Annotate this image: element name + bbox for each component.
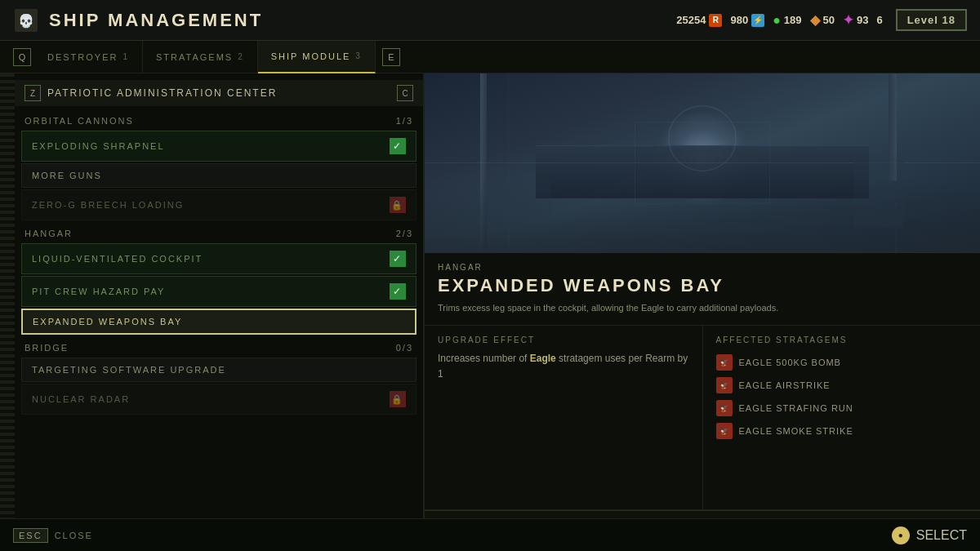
nav-key-e[interactable]: E [382,48,400,66]
upgrade-label: PIT CREW HAZARD PAY [32,287,165,296]
header: 💀 SHIP MANAGEMENT 25254 R 980 ⚡ ● 189 ◆ … [0,0,980,41]
resources: 25254 R 980 ⚡ ● 189 ◆ 50 ✦ 93 6 [676,12,882,28]
tab-destroyer[interactable]: DESTROYER 1 [34,41,143,73]
detail-area: HANGAR EXPANDED WEAPONS BAY Trims excess… [425,253,980,326]
effect-highlight: Eagle [530,353,556,364]
tab-ship-module-label: SHIP MODULE [271,51,351,61]
main-content: Z PATRIOTIC ADMINISTRATION CENTER C ORBI… [0,73,980,551]
bottom-bar: ESC CLOSE ● SELECT [0,518,980,551]
affected-label: AFFECTED STRATAGEMS [716,335,968,344]
orange-value: 50 [823,14,835,26]
left-inner: Z PATRIOTIC ADMINISTRATION CENTER C ORBI… [15,73,423,423]
select-label: SELECT [916,528,967,543]
detail-category: HANGAR [438,263,967,272]
resource-bar: 25254 R 980 ⚡ ● 189 ◆ 50 ✦ 93 6 Le [676,9,967,31]
upgrade-more-guns[interactable]: MORE GUNS [21,163,416,188]
medals-resource: 980 ⚡ [730,14,764,27]
svg-rect-7 [483,179,550,228]
medals-value: 980 [730,14,748,26]
detail-description: Trims excess leg space in the cockpit, a… [438,301,967,315]
stratagem-item: 🦅 EAGLE AIRSTRIKE [716,374,968,397]
category-bridge-label: BRIDGE [24,343,69,353]
section-key-z[interactable]: Z [24,85,41,101]
stratagem-item: 🦅 EAGLE SMOKE STRIKE [716,420,968,442]
stratagem-icon: 🦅 [716,354,733,371]
category-hangar-label: HANGAR [24,229,73,238]
lock-icon: 🔒 [390,391,406,407]
section-header: Z PATRIOTIC ADMINISTRATION CENTER C [15,80,423,106]
stratagem-label: EAGLE SMOKE STRIKE [739,426,853,436]
preview-image [425,73,980,253]
stratagem-item: 🦅 EAGLE 500KG BOMB [716,351,968,374]
upgrade-pit-crew[interactable]: PIT CREW HAZARD PAY ✓ [21,276,416,307]
stratagem-icon: 🦅 [716,377,733,393]
green-sample: ● 189 [773,13,801,28]
pink-sample: ✦ 93 [843,12,868,28]
stratagem-icon: 🦅 [716,423,733,439]
check-icon: ✓ [390,283,406,300]
upgrade-expanded-weapons-bay[interactable]: EXPANDED WEAPONS BAY [21,309,416,335]
close-key[interactable]: ESC [13,528,48,543]
category-orbital-label: ORBITAL CANNONS [24,116,134,126]
detail-title: EXPANDED WEAPONS BAY [438,275,967,296]
stratagem-icon: 🦅 [716,400,733,416]
upgrade-label: LIQUID-VENTILATED COCKPIT [32,254,203,264]
upgrade-liquid-cockpit[interactable]: LIQUID-VENTILATED COCKPIT ✓ [21,243,416,274]
upgrade-label: TARGETING SOFTWARE UPGRADE [32,365,226,375]
upgrade-label: NUCLEAR RADAR [32,394,130,404]
upgrade-section: UPGRADE EFFECT Increases number of Eagle… [425,326,980,511]
unknown-resource: 6 [876,14,882,26]
skull-icon: 💀 [13,7,39,33]
category-orbital: ORBITAL CANNONS 1/3 [15,109,423,129]
effect-text-pre: Increases number of [438,353,530,364]
stratagem-label: EAGLE STRAFING RUN [739,403,853,413]
nav-tabs: Q DESTROYER 1 STRATAGEMS 2 SHIP MODULE 3… [0,41,980,73]
tab-destroyer-label: DESTROYER [47,52,118,62]
orange-icon: ◆ [810,12,820,28]
upgrade-label: EXPLODING SHRAPNEL [32,141,165,151]
green-icon: ● [773,13,781,28]
lock-icon: 🔒 [390,197,406,213]
upgrade-effect-text: Increases number of Eagle stratagem uses… [438,351,689,382]
upgrade-exploding-shrapnel[interactable]: EXPLODING SHRAPNEL ✓ [21,131,416,162]
close-label: CLOSE [55,531,93,540]
category-hangar: HANGAR 2/3 [15,222,423,242]
svg-text:💀: 💀 [18,13,34,29]
req-points: 25254 R [676,14,722,27]
upgrade-targeting-software[interactable]: TARGETING SOFTWARE UPGRADE [21,358,416,382]
section-key-c[interactable]: C [397,85,413,101]
stratagem-item: 🦅 EAGLE STRAFING RUN [716,397,968,420]
category-orbital-count: 1/3 [396,116,413,126]
select-action: ● SELECT [892,527,967,544]
tab-destroyer-num: 1 [122,52,129,61]
close-action: ESC CLOSE [13,528,93,543]
upgrade-label: ZERO-G BREECH LOADING [32,200,184,210]
upgrade-nuclear-radar[interactable]: NUCLEAR RADAR 🔒 [21,384,416,415]
tab-stratagems-label: STRATAGEMS [156,52,233,62]
tab-ship-module[interactable]: SHIP MODULE 3 [258,41,376,73]
req-value: 25254 [676,14,706,26]
green-value: 189 [784,14,802,26]
left-panel: Z PATRIOTIC ADMINISTRATION CENTER C ORBI… [0,73,425,551]
check-icon: ✓ [390,251,406,267]
affected-stratagems-panel: AFFECTED STRATAGEMS 🦅 EAGLE 500KG BOMB 🦅… [703,326,981,510]
svg-point-6 [669,106,736,171]
upgrade-effect-panel: UPGRADE EFFECT Increases number of Eagle… [425,326,703,510]
select-icon: ● [892,527,910,544]
category-bridge-count: 0/3 [396,343,413,353]
upgrade-label: EXPANDED WEAPONS BAY [33,317,182,327]
stratagem-label: EAGLE AIRSTRIKE [739,380,831,390]
check-icon: ✓ [390,138,406,154]
page-title: SHIP MANAGEMENT [49,10,263,31]
pink-value: 93 [857,14,868,26]
nav-key-q[interactable]: Q [13,48,31,66]
tab-ship-module-num: 3 [355,51,362,60]
medals-icon: ⚡ [751,14,764,27]
category-hangar-count: 2/3 [396,229,413,238]
req-icon: R [709,14,722,27]
tab-stratagems[interactable]: STRATAGEMS 2 [143,41,258,73]
unknown-value: 6 [876,14,882,26]
tab-stratagems-num: 2 [238,52,244,61]
upgrade-zero-g[interactable]: ZERO-G BREECH LOADING 🔒 [21,189,416,220]
section-title: PATRIOTIC ADMINISTRATION CENTER [47,87,397,99]
